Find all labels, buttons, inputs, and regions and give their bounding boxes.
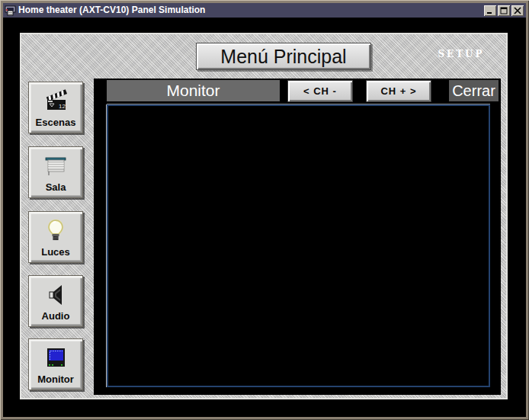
maximize-icon[interactable]	[498, 5, 510, 16]
svg-text:12: 12	[59, 103, 66, 110]
close-page-button[interactable]: Cerrar	[449, 80, 499, 101]
window-title: Home theater (AXT-CV10) Panel Simulation	[18, 3, 484, 18]
application-window: Home theater (AXT-CV10) Panel Simulation…	[0, 0, 529, 420]
window-blinds-icon	[42, 150, 69, 182]
channel-up-button[interactable]: CH + >	[366, 80, 431, 102]
monitor-page-title: Monitor	[107, 80, 280, 101]
sidebar-item-monitor[interactable]: Monitor	[28, 338, 83, 390]
sidebar-item-luces[interactable]: Luces	[28, 211, 83, 263]
speaker-icon	[42, 279, 69, 311]
sidebar-item-audio[interactable]: Audio	[28, 275, 83, 327]
main-menu-button[interactable]: Menú Principal	[196, 43, 371, 70]
video-display-area	[107, 104, 490, 387]
channel-down-button[interactable]: < CH -	[287, 80, 353, 102]
minimize-icon[interactable]	[484, 5, 496, 16]
close-icon[interactable]	[511, 5, 524, 16]
window-controls	[484, 5, 524, 16]
crt-monitor-icon	[42, 342, 69, 374]
sidebar-item-label: Audio	[42, 311, 70, 321]
lightbulb-icon	[42, 215, 69, 247]
sidebar-item-escenas[interactable]: 12 Escenas	[28, 82, 83, 133]
setup-button[interactable]: SETUP	[423, 49, 499, 59]
sidebar-item-label: Escenas	[36, 117, 76, 127]
title-bar: Home theater (AXT-CV10) Panel Simulation	[3, 3, 526, 18]
panel-device-icon	[5, 5, 16, 16]
sidebar-item-label: Luces	[41, 247, 70, 257]
sidebar-item-label: Sala	[46, 182, 66, 192]
sidebar-item-sala[interactable]: Sala	[28, 146, 83, 198]
clapperboard-icon: 12	[42, 85, 69, 117]
sidebar-item-label: Monitor	[37, 374, 74, 384]
